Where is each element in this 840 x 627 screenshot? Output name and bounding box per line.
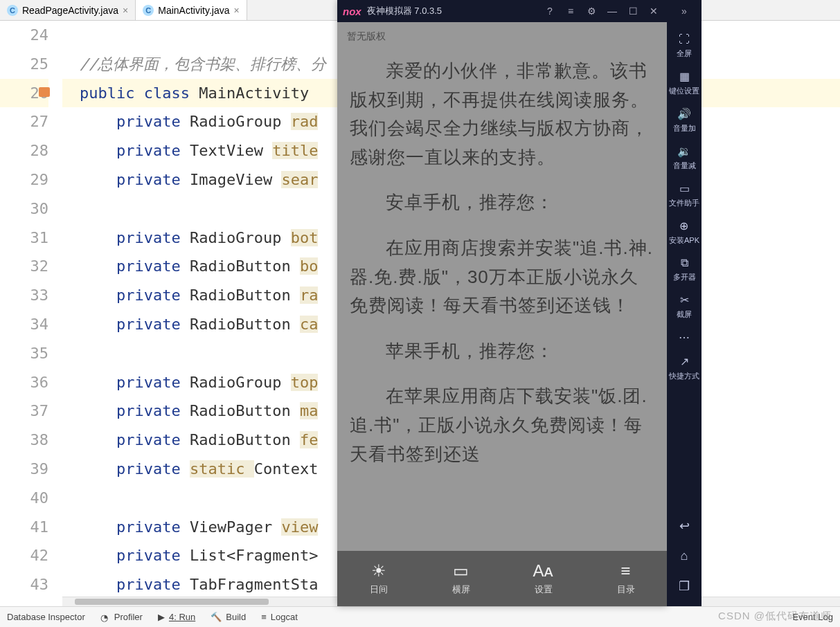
logcat-icon: ≡: [261, 612, 267, 622]
line-number: 42: [0, 541, 48, 570]
database-inspector-tab[interactable]: Database Inspector: [7, 612, 85, 622]
sidebar-label: 多开器: [673, 272, 696, 282]
line-number: 31: [0, 224, 48, 253]
menu-icon[interactable]: ≡: [563, 6, 578, 17]
orientation-button[interactable]: ▭横屏: [420, 551, 502, 606]
recents-icon[interactable]: ❐: [679, 579, 690, 594]
line-number: 26: [0, 79, 48, 108]
screenshot-button[interactable]: ✂截屏: [677, 293, 692, 320]
line-number: 37: [0, 397, 48, 426]
emulator-title: 夜神模拟器 7.0.3.5: [367, 5, 442, 17]
line-number: 32: [0, 252, 48, 281]
logcat-tab[interactable]: ≡Logcat: [261, 612, 298, 622]
status-label: Profiler: [114, 612, 143, 622]
shortcut-button[interactable]: ↗快捷方式: [669, 355, 699, 381]
home-icon[interactable]: ⌂: [681, 549, 688, 563]
help-icon[interactable]: ?: [542, 6, 557, 17]
keyboard-icon: ▦: [679, 70, 690, 83]
minimize-icon[interactable]: —: [605, 6, 620, 17]
gear-icon[interactable]: ⚙: [584, 6, 599, 17]
shortcut-icon: ↗: [680, 355, 689, 368]
keymap-button[interactable]: ▦键位设置: [669, 70, 699, 96]
scissor-icon: ✂: [680, 293, 689, 307]
line-number: 36: [0, 368, 48, 397]
daynight-button[interactable]: ☀日间: [337, 551, 420, 606]
sidebar-label: 截屏: [677, 309, 692, 320]
volume-up-icon: 🔊: [677, 107, 691, 120]
line-number: 24: [0, 21, 48, 50]
line-number: 38: [0, 426, 48, 455]
fullscreen-icon: ⛶: [679, 33, 690, 46]
fullscreen-button[interactable]: ⛶全屏: [677, 33, 692, 59]
tab-mainactivity[interactable]: C MainActivity.java ×: [136, 0, 247, 20]
file-icon: ▭: [679, 182, 690, 195]
nox-logo: nox: [343, 6, 361, 17]
volumeup-button[interactable]: 🔊音量加: [673, 107, 696, 134]
class-icon: C: [143, 5, 154, 16]
status-label: Build: [226, 612, 246, 622]
tab-label: MainActivity.java: [158, 5, 229, 16]
maximize-icon[interactable]: ☐: [625, 6, 641, 17]
button-label: 目录: [617, 583, 635, 596]
sidebar-label: 安装APK: [669, 235, 699, 246]
status-label: Logcat: [271, 612, 298, 622]
build-tab[interactable]: 🔨Build: [211, 612, 246, 622]
line-number: 28: [0, 136, 48, 165]
gutter: 24 25 26 27 28 29 30 31 32 33 34 35 36 3…: [0, 21, 62, 606]
run-tab[interactable]: ▶4: Run: [158, 612, 195, 622]
status-label: Database Inspector: [7, 612, 85, 622]
emulator-titlebar[interactable]: nox 夜神模拟器 7.0.3.5 ? ≡ ⚙ — ☐ ✕: [337, 0, 667, 22]
more-icon[interactable]: ⋯: [679, 331, 690, 344]
sidebar-label: 文件助手: [669, 198, 699, 208]
line-number: 35: [0, 339, 48, 368]
line-number: 25: [0, 50, 48, 79]
list-icon: ≡: [620, 561, 630, 581]
button-label: 日间: [370, 583, 388, 596]
landscape-icon: ▭: [453, 561, 469, 581]
line-number: 27: [0, 107, 48, 136]
line-number: 39: [0, 455, 48, 484]
sidebar-label: 快捷方式: [669, 371, 699, 381]
close-icon[interactable]: ×: [123, 5, 128, 16]
line-number: 33: [0, 281, 48, 310]
button-label: 设置: [535, 583, 553, 596]
gauge-icon: ◔: [100, 612, 110, 622]
installapk-button[interactable]: ⊕安装APK: [669, 219, 699, 246]
close-icon[interactable]: ×: [233, 5, 239, 16]
back-icon[interactable]: ↩: [679, 518, 690, 534]
button-label: 横屏: [452, 583, 470, 596]
line-number: 30: [0, 194, 48, 224]
multidrive-button[interactable]: ⧉多开器: [673, 257, 696, 282]
hammer-icon: 🔨: [211, 612, 222, 622]
sun-icon: ☀: [371, 561, 386, 581]
close-icon[interactable]: ✕: [646, 6, 661, 17]
collapse-icon[interactable]: »: [681, 6, 687, 22]
profiler-tab[interactable]: ◔Profiler: [100, 612, 143, 622]
sidebar-label: 全屏: [677, 48, 692, 59]
multi-icon: ⧉: [681, 257, 688, 269]
class-icon: C: [7, 5, 18, 16]
gutter-icon: [39, 87, 50, 97]
reader-toolbar: ☀日间 ▭横屏 Aᴀ设置 ≡目录: [337, 551, 667, 606]
sidebar-label: 音量加: [673, 123, 696, 134]
watermark: CSDN @低代码布道师: [718, 610, 832, 623]
settings-button[interactable]: Aᴀ设置: [502, 551, 584, 606]
font-icon: Aᴀ: [533, 561, 553, 581]
tab-label: ReadPageActivity.java: [22, 5, 118, 16]
line-number: 41: [0, 513, 48, 542]
emulator-window: nox 夜神模拟器 7.0.3.5 ? ≡ ⚙ — ☐ ✕ 暂无版权 亲爱的小伙…: [337, 0, 667, 606]
filehelper-button[interactable]: ▭文件助手: [669, 182, 699, 208]
play-icon: ▶: [158, 612, 165, 622]
emulator-screen[interactable]: 暂无版权 亲爱的小伙伴，非常歉意。该书版权到期，不再提供在线阅读服务。我们会竭尽…: [337, 22, 667, 606]
emulator-sidebar: » ⛶全屏 ▦键位设置 🔊音量加 🔉音量减 ▭文件助手 ⊕安装APK ⧉多开器 …: [667, 0, 702, 606]
sidebar-label: 音量减: [673, 161, 696, 171]
status-label: 4: Run: [169, 612, 195, 622]
dim-overlay: [337, 22, 667, 606]
toc-button[interactable]: ≡目录: [584, 551, 667, 606]
tab-readpageactivity[interactable]: C ReadPageActivity.java ×: [0, 0, 136, 20]
line-number: 34: [0, 310, 48, 339]
volumedown-button[interactable]: 🔉音量减: [673, 145, 696, 171]
scrollbar-thumb[interactable]: [75, 599, 269, 605]
apk-icon: ⊕: [679, 219, 688, 233]
line-number: 29: [0, 165, 48, 194]
